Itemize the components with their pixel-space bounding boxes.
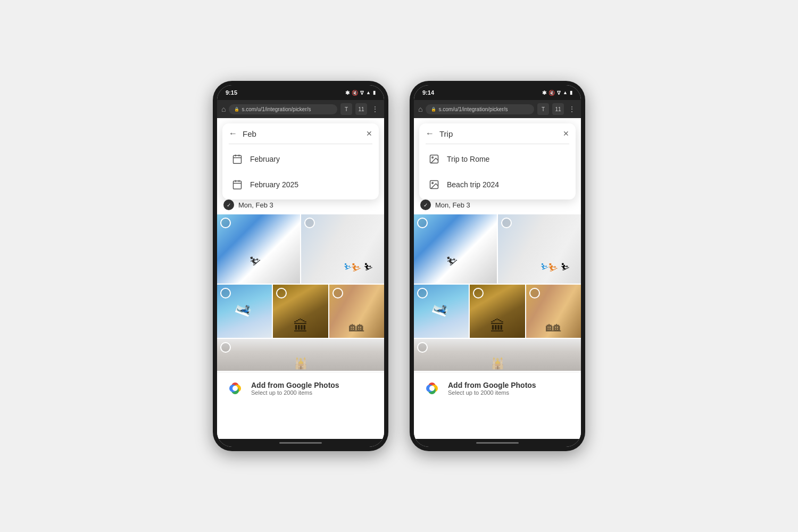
search-result-february[interactable]: February: [222, 146, 379, 172]
select-circle-2-left[interactable]: [304, 218, 315, 228]
phone-right: 9:14 ✱ 🔇 𝝯 ▲ ▮ ⌂ 🔒 s.com/u/1/integration…: [410, 81, 585, 451]
bottom-banner-right: Add from Google Photos Select up to 2000…: [414, 372, 581, 404]
photo-ski-jump-left[interactable]: 🎿: [217, 285, 272, 338]
select-circle-6-right[interactable]: [417, 342, 428, 353]
tab-count-right[interactable]: 11: [552, 103, 564, 115]
mute-icon: 🔇: [352, 90, 358, 96]
google-photos-logo-right: [422, 379, 442, 398]
banner-subtitle-left: Select up to 2000 items: [251, 389, 376, 396]
home-button-left[interactable]: ⌂: [221, 105, 226, 113]
phone-left: 9:15 ✱ 🔇 𝝯 ▲ ▮ ⌂ 🔒 s.com/u/1/integration…: [213, 81, 388, 451]
photo-ski-jump-right[interactable]: 🎿: [414, 285, 469, 338]
search-results-left: February February 2025: [222, 144, 379, 200]
wifi-icon: 𝝯: [360, 90, 364, 96]
result-label-february-2025: February 2025: [250, 180, 298, 189]
photo-rome-street-right[interactable]: 🏘: [526, 285, 581, 338]
photo-ski-solo-right[interactable]: ⛷: [414, 214, 497, 284]
result-label-february: February: [250, 155, 280, 163]
select-circle-1-right[interactable]: [417, 218, 428, 228]
select-circle-5-right[interactable]: [529, 288, 540, 298]
search-result-beach-trip[interactable]: Beach trip 2024: [419, 172, 576, 197]
date-text-right: Mon, Feb 3: [435, 201, 470, 209]
tab-count-left[interactable]: 11: [355, 103, 367, 115]
photo-row-bot-left: 🕌: [217, 339, 384, 371]
photo-rome-arch-left[interactable]: 🏛: [273, 285, 328, 338]
date-check-right[interactable]: ✓: [420, 200, 431, 210]
photo-cloud-right[interactable]: 🕌: [414, 339, 581, 371]
home-bar-left: [279, 442, 322, 444]
search-back-left[interactable]: ←: [229, 129, 237, 138]
lock-icon-left: 🔒: [234, 107, 239, 112]
calendar-icon-february-2025: [231, 178, 244, 191]
browser-bar-right: ⌂ 🔒 s.com/u/1/integration/picker/s T 11 …: [414, 100, 581, 118]
banner-title-left: Add from Google Photos: [251, 381, 376, 389]
time-right: 9:14: [422, 89, 434, 96]
search-result-february-2025[interactable]: February 2025: [222, 172, 379, 197]
banner-text-right: Add from Google Photos Select up to 2000…: [448, 381, 572, 396]
signal-icon: ▲: [366, 90, 371, 95]
status-left-left: 9:15: [226, 89, 237, 96]
wifi-icon-r: 𝝯: [557, 90, 561, 96]
mute-icon-r: 🔇: [548, 90, 555, 96]
svg-point-21: [429, 386, 435, 391]
select-circle-6-left[interactable]: [220, 342, 231, 353]
search-clear-left[interactable]: ✕: [366, 129, 372, 138]
select-circle-1-left[interactable]: [220, 218, 231, 228]
bluetooth-icon-r: ✱: [542, 90, 546, 96]
banner-title-right: Add from Google Photos: [448, 381, 572, 389]
select-circle-4-left[interactable]: [276, 288, 287, 298]
photo-ski-solo-left[interactable]: ⛷: [217, 214, 300, 284]
photo-rome-arch-right[interactable]: 🏛: [470, 285, 525, 338]
photo-cloud-left[interactable]: 🕌: [217, 339, 384, 371]
browser-bar-left: ⌂ 🔒 s.com/u/1/integration/picker/s T 11 …: [217, 100, 384, 118]
content-area-left: ← ✕ F: [217, 118, 384, 439]
result-label-trip-rome: Trip to Rome: [447, 155, 489, 163]
home-button-right[interactable]: ⌂: [418, 105, 422, 113]
photo-row-mid-left: 🎿 🏛 🏘: [217, 285, 384, 338]
status-bar-right: 9:14 ✱ 🔇 𝝯 ▲ ▮: [414, 85, 581, 100]
translate-icon-left[interactable]: T: [340, 103, 352, 115]
select-circle-4-right[interactable]: [473, 288, 484, 298]
url-bar-right[interactable]: 🔒 s.com/u/1/integration/picker/s: [426, 104, 534, 114]
svg-point-16: [432, 182, 434, 184]
menu-button-left[interactable]: ⋮: [370, 105, 380, 113]
select-circle-5-left[interactable]: [332, 288, 343, 298]
album-icon-beach-trip: [428, 178, 440, 191]
select-circle-3-left[interactable]: [220, 288, 231, 298]
status-right-left: ✱ 🔇 𝝯 ▲ ▮: [345, 90, 376, 96]
photo-ski-group-right[interactable]: ⛷ ⛷ ⛷: [498, 214, 581, 284]
photo-ski-group-left[interactable]: ⛷ ⛷ ⛷: [301, 214, 384, 284]
content-area-right: ← ✕ Trip to Rome: [414, 118, 581, 439]
select-circle-3-right[interactable]: [417, 288, 428, 298]
banner-text-left: Add from Google Photos Select up to 2000…: [251, 381, 376, 396]
home-indicator-right: [414, 439, 581, 447]
home-bar-right: [476, 442, 519, 444]
photo-rome-street-left[interactable]: 🏘: [329, 285, 384, 338]
search-input-right[interactable]: [439, 129, 558, 138]
phone-left-screen: 9:15 ✱ 🔇 𝝯 ▲ ▮ ⌂ 🔒 s.com/u/1/integration…: [217, 85, 384, 447]
svg-point-14: [432, 157, 434, 159]
translate-icon-right[interactable]: T: [537, 103, 549, 115]
status-bar-left: 9:15 ✱ 🔇 𝝯 ▲ ▮: [217, 85, 384, 100]
search-results-right: Trip to Rome Beach trip 2024: [419, 144, 576, 200]
signal-icon-r: ▲: [563, 90, 568, 95]
search-input-left[interactable]: [243, 129, 361, 138]
status-right-right: ✱ 🔇 𝝯 ▲ ▮: [542, 90, 572, 96]
phone-right-screen: 9:14 ✱ 🔇 𝝯 ▲ ▮ ⌂ 🔒 s.com/u/1/integration…: [414, 85, 581, 447]
svg-rect-4: [234, 181, 242, 189]
search-back-right[interactable]: ←: [426, 129, 434, 138]
time-left: 9:15: [226, 89, 237, 96]
bluetooth-icon: ✱: [345, 90, 350, 96]
menu-button-right[interactable]: ⋮: [567, 105, 577, 113]
url-bar-left[interactable]: 🔒 s.com/u/1/integration/picker/s: [229, 104, 337, 114]
banner-subtitle-right: Select up to 2000 items: [448, 389, 572, 396]
select-circle-2-right[interactable]: [501, 218, 512, 228]
search-input-row-left: ← ✕: [222, 123, 379, 144]
calendar-icon-february: [231, 153, 244, 165]
svg-point-12: [232, 386, 238, 391]
photo-row-top-left: ⛷ ⛷ ⛷ ⛷: [217, 214, 384, 284]
album-icon-trip-rome: [428, 153, 440, 165]
date-check-left[interactable]: ✓: [223, 200, 234, 210]
search-result-trip-rome[interactable]: Trip to Rome: [419, 146, 576, 172]
search-clear-right[interactable]: ✕: [563, 129, 569, 138]
